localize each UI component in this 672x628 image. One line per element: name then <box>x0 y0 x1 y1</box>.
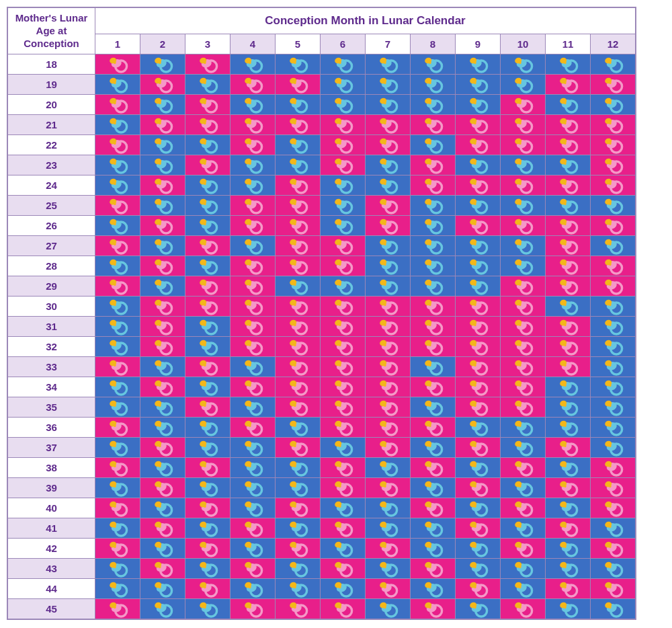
prediction-cell <box>321 196 366 216</box>
pacifier-girl-icon <box>241 116 264 134</box>
prediction-cell <box>276 317 321 337</box>
pacifier-boy-icon <box>511 419 534 436</box>
table-row: 39 <box>8 478 636 498</box>
prediction-cell <box>411 518 456 539</box>
prediction-cell <box>411 236 456 256</box>
prediction-cell <box>501 438 546 458</box>
pacifier-boy-icon <box>286 56 309 73</box>
pacifier-girl-icon <box>106 600 129 618</box>
prediction-cell <box>501 599 546 619</box>
prediction-cell <box>366 478 411 498</box>
prediction-cell <box>276 54 321 75</box>
table-row: 20 <box>8 95 636 115</box>
prediction-cell <box>185 478 230 498</box>
table-row: 36 <box>8 418 636 438</box>
prediction-cell <box>456 236 501 256</box>
pacifier-girl-icon <box>421 600 444 618</box>
pacifier-boy-icon <box>241 177 264 194</box>
prediction-cell <box>321 498 366 518</box>
pacifier-girl-icon <box>241 136 264 154</box>
prediction-cell <box>185 357 230 377</box>
prediction-cell <box>230 216 276 236</box>
prediction-cell <box>591 317 636 337</box>
prediction-cell <box>501 135 546 155</box>
prediction-cell <box>501 559 546 579</box>
table-row: 21 <box>8 115 636 135</box>
prediction-cell <box>95 438 140 458</box>
pacifier-girl-icon <box>511 600 534 618</box>
table-row: 25 <box>8 196 636 216</box>
pacifier-boy-icon <box>331 439 354 457</box>
table-row: 35 <box>8 397 636 418</box>
pacifier-girl-icon <box>331 338 354 356</box>
pacifier-girl-icon <box>556 237 579 255</box>
pacifier-boy-icon <box>601 197 624 214</box>
pacifier-girl-icon <box>421 500 444 517</box>
prediction-cell <box>185 297 230 317</box>
prediction-cell <box>546 256 591 276</box>
pacifier-boy-icon <box>601 237 624 255</box>
prediction-cell <box>276 276 321 297</box>
prediction-cell <box>140 418 185 438</box>
prediction-cell <box>230 155 276 175</box>
prediction-cell <box>230 175 276 196</box>
prediction-cell <box>185 377 230 397</box>
pacifier-boy-icon <box>466 237 489 255</box>
pacifier-girl-icon <box>421 459 444 477</box>
pacifier-girl-icon <box>241 258 264 275</box>
prediction-cell <box>185 256 230 276</box>
pacifier-boy-icon <box>331 76 354 93</box>
pacifier-girl-icon <box>196 358 219 376</box>
table-row: 27 <box>8 236 636 256</box>
prediction-cell <box>546 418 591 438</box>
prediction-cell <box>456 458 501 478</box>
prediction-cell <box>95 236 140 256</box>
pacifier-girl-icon <box>196 237 219 255</box>
prediction-cell <box>366 216 411 236</box>
pacifier-boy-icon <box>466 278 489 295</box>
pacifier-girl-icon <box>196 399 219 416</box>
prediction-cell <box>230 397 276 418</box>
pacifier-boy-icon <box>466 419 489 436</box>
pacifier-boy-icon <box>466 459 489 477</box>
pacifier-boy-icon <box>466 258 489 275</box>
prediction-cell <box>321 135 366 155</box>
prediction-cell <box>411 559 456 579</box>
pacifier-boy-icon <box>601 298 624 315</box>
pacifier-girl-icon <box>151 560 174 578</box>
pacifier-boy-icon <box>196 338 219 356</box>
pacifier-boy-icon <box>151 278 174 295</box>
pacifier-boy-icon <box>556 197 579 214</box>
pacifier-girl-icon <box>556 358 579 376</box>
prediction-cell <box>321 317 366 337</box>
age-cell: 41 <box>8 518 95 539</box>
prediction-cell <box>321 357 366 377</box>
prediction-cell <box>366 276 411 297</box>
prediction-cell <box>501 397 546 418</box>
table-row: 34 <box>8 377 636 397</box>
pacifier-boy-icon <box>511 479 534 497</box>
prediction-cell <box>591 478 636 498</box>
pacifier-boy-icon <box>376 56 399 73</box>
pacifier-boy-icon <box>151 500 174 517</box>
pacifier-boy-icon <box>241 500 264 517</box>
table-row: 19 <box>8 75 636 95</box>
pacifier-girl-icon <box>556 116 579 134</box>
prediction-cell <box>321 236 366 256</box>
prediction-cell <box>276 599 321 619</box>
prediction-cell <box>546 216 591 236</box>
age-cell: 28 <box>8 256 95 276</box>
pacifier-girl-icon <box>196 56 219 73</box>
month-col-header: 12 <box>591 34 636 54</box>
prediction-cell <box>411 276 456 297</box>
prediction-cell <box>276 458 321 478</box>
pacifier-girl-icon <box>151 76 174 93</box>
pacifier-girl-icon <box>466 136 489 154</box>
prediction-cell <box>321 579 366 599</box>
prediction-cell <box>501 518 546 539</box>
prediction-cell <box>321 115 366 135</box>
table-row: 37 <box>8 438 636 458</box>
prediction-cell <box>230 579 276 599</box>
prediction-cell <box>276 216 321 236</box>
pacifier-boy-icon <box>106 116 129 134</box>
